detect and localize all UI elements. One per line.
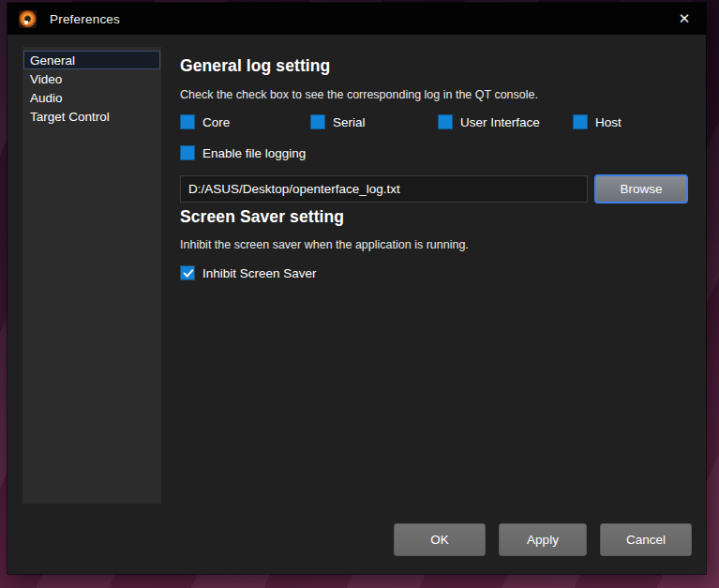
sidebar-item-video[interactable]: Video [23,69,160,88]
user-interface-checkbox-box[interactable] [438,114,453,129]
inhibit-screen-saver-checkbox-box[interactable] [180,265,195,280]
host-checkbox-box[interactable] [573,114,588,129]
checkbox-inhibit-screen-saver[interactable]: Inhibit Screen Saver [180,265,317,280]
close-icon: ✕ [679,10,691,27]
log-checkbox-row: Core Serial User Interface Host [180,114,696,131]
checkbox-serial[interactable]: Serial [310,114,366,129]
sidebar-item-audio[interactable]: Audio [23,88,160,107]
enable-file-logging-label: Enable file logging [202,146,306,160]
serial-checkbox-box[interactable] [310,114,325,129]
cancel-button[interactable]: Cancel [600,523,692,556]
sidebar-item-target-control[interactable]: Target Control [23,107,160,126]
preferences-window: Preferences ✕ General Video Audio Target… [7,3,706,574]
checkbox-host[interactable]: Host [573,114,622,129]
user-interface-checkbox-label: User Interface [460,115,540,129]
browse-button[interactable]: Browse [594,174,688,204]
checkbox-user-interface[interactable]: User Interface [438,114,540,129]
inhibit-screen-saver-label: Inhibit Screen Saver [202,266,317,280]
category-list: General Video Audio Target Control [22,47,161,504]
enable-file-logging-checkbox-box[interactable] [180,145,195,160]
close-button[interactable]: ✕ [668,3,700,35]
checkbox-core[interactable]: Core [180,114,230,129]
core-checkbox-label: Core [202,115,230,129]
screen-saver-description: Inhibit the screen saver when the applic… [180,238,469,251]
screen-saver-heading: Screen Saver setting [180,207,344,227]
checkbox-enable-file-logging[interactable]: Enable file logging [180,145,306,160]
host-checkbox-label: Host [595,115,622,129]
app-logo-icon [19,10,37,28]
window-title: Preferences [50,12,120,26]
log-path-row: Browse [180,174,688,204]
dialog-footer: OK Apply Cancel [394,523,692,556]
core-checkbox-box[interactable] [180,114,195,129]
sidebar-item-general[interactable]: General [23,51,160,69]
titlebar[interactable]: Preferences ✕ [7,3,706,35]
serial-checkbox-label: Serial [333,115,366,129]
log-path-input[interactable] [180,175,588,203]
ok-button[interactable]: OK [394,523,486,556]
general-log-heading: General log setting [180,56,330,76]
apply-button[interactable]: Apply [499,523,587,556]
general-log-description: Check the check box to see the correspon… [180,88,538,101]
